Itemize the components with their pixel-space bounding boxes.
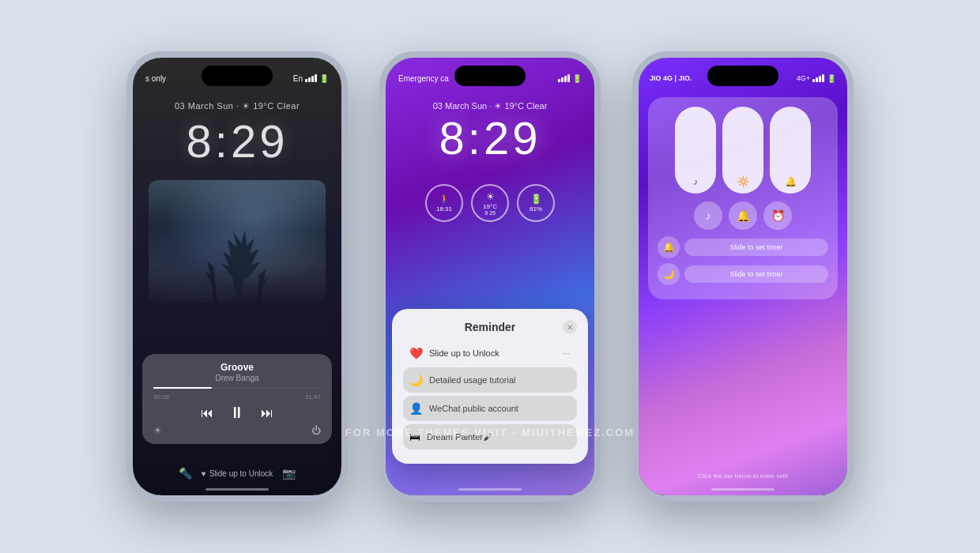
phone2-clock: 8:29 <box>386 111 594 164</box>
phone2-battery-icon: 🔋 <box>572 74 582 83</box>
phone1-signal <box>305 74 317 82</box>
reminder-text-4: Dream Painter🖌 <box>427 432 571 442</box>
heart-reminder-icon: ❤️ <box>409 347 423 359</box>
music-elapsed: 30:28 <box>153 393 169 401</box>
fast-forward-button[interactable]: ⏭ <box>261 406 273 420</box>
phone3-status-right: 4G+ 🔋 <box>797 74 836 83</box>
signal-bar-4 <box>315 74 317 82</box>
music-times: 30:28 31:47 <box>153 393 321 401</box>
widget-temp-value: 19°C <box>483 203 497 210</box>
reminder-item-1[interactable]: ❤️ Slide up to Unlock ··· <box>403 342 577 364</box>
battery-icon: 🔋 <box>530 194 542 205</box>
timer-moon-icon: 🌙 <box>658 263 680 285</box>
signal-bar-3 <box>311 76 314 82</box>
cc-timer-btn-2[interactable]: Slide to set timer <box>684 265 828 283</box>
phone1-status-left: s only <box>145 74 166 83</box>
alarm-clock-icon: ⏰ <box>771 209 785 222</box>
phone3-status-bar: JIO 4G | JIO. 4G+ 🔋 <box>639 58 847 92</box>
camera-icon[interactable]: 📷 <box>282 467 296 480</box>
phone1-clock: 8:29 <box>133 115 341 167</box>
widget-weather: ☀ 19°C 9 26 <box>471 184 509 222</box>
reminder-item-3[interactable]: 👤 WeChat public account <box>403 396 577 421</box>
reminder-header: Reminder ✕ <box>403 320 577 334</box>
music-progress-fill <box>153 387 212 389</box>
timer-bell-icon: 🔔 <box>658 236 680 258</box>
widget-steps-value: 18:31 <box>436 205 452 213</box>
brightness-icon[interactable]: ☀ <box>153 425 162 436</box>
phone2-status-left: Emergency ca <box>398 74 449 83</box>
widget-battery-value: 81% <box>530 205 542 213</box>
music-player: Groove Drew Banga 30:28 31:47 ⏮ ⏸ ⏭ ☀ ⏻ <box>142 354 332 444</box>
signal-bar-4 <box>822 74 824 82</box>
music-note-icon: ♪ <box>706 209 711 222</box>
cc-sliders: ♪ 🔆 🔔 <box>658 107 828 194</box>
signal-bar-1 <box>305 79 307 82</box>
reminder-close-button[interactable]: ✕ <box>563 320 577 334</box>
phone2-signal <box>558 74 570 82</box>
phone1-inner: s only En 🔋 03 March Sun · ☀ 19°C Clear … <box>133 58 341 495</box>
music-progress-bar[interactable] <box>153 387 321 389</box>
cc-slider-3[interactable]: 🔔 <box>770 107 811 194</box>
play-pause-button[interactable]: ⏸ <box>229 404 245 422</box>
signal-bar-3 <box>819 76 821 82</box>
music-controls: ⏮ ⏸ ⏭ <box>153 404 321 422</box>
phone2-dynamic-island <box>454 66 526 86</box>
cc-music-icon[interactable]: ♪ <box>694 201 722 230</box>
phone1-home-indicator[interactable] <box>205 488 269 491</box>
moon-reminder-icon: 🌙 <box>409 374 423 386</box>
widget-steps: 🚶 18:31 <box>425 184 463 222</box>
signal-bar-2 <box>561 77 564 82</box>
tree-silhouette-svg <box>190 224 285 303</box>
reminder-item-2[interactable]: 🌙 Detailed usage tutorial <box>403 367 577 393</box>
slider-3-icon: 🔔 <box>785 176 797 187</box>
phone1-battery-icon: 🔋 <box>319 74 329 83</box>
reminder-card: Reminder ✕ ❤️ Slide up to Unlock ··· 🌙 D… <box>392 309 588 464</box>
phone3-signal <box>812 74 824 82</box>
cc-timer-btn-1[interactable]: Slide to set timer <box>684 239 828 256</box>
slider-2-icon: 🔆 <box>737 176 749 187</box>
music-title: Groove <box>153 362 321 373</box>
phone3-inner: JIO 4G | JIO. 4G+ 🔋 ♪ <box>639 58 847 495</box>
cc-bell-icon[interactable]: 🔔 <box>729 201 757 230</box>
signal-bar-2 <box>308 77 311 82</box>
phone1-status-text: En <box>293 74 303 83</box>
phone2-home-indicator[interactable] <box>458 488 522 491</box>
slider-1-icon: ♪ <box>693 176 698 187</box>
rewind-button[interactable]: ⏮ <box>201 406 213 420</box>
phone3: JIO 4G | JIO. 4G+ 🔋 ♪ <box>632 51 854 502</box>
reminder-text-1: Slide up to Unlock <box>429 348 556 358</box>
signal-bar-1 <box>812 79 815 82</box>
reminder-dots-1[interactable]: ··· <box>563 348 571 359</box>
phone1-date: 03 March Sun · ☀ 19°C Clear <box>133 101 341 111</box>
phone3-battery-icon: 🔋 <box>827 74 836 83</box>
widget-battery: 🔋 81% <box>517 184 555 222</box>
cc-timer-row-1: 🔔 Slide to set timer <box>658 236 828 258</box>
cc-timer-row-2: 🌙 Slide to set timer <box>658 263 828 285</box>
phone2-status-right: 🔋 <box>558 74 582 83</box>
person-reminder-icon: 👤 <box>409 402 423 415</box>
flashlight-icon[interactable]: 🔦 <box>179 467 192 480</box>
widget-range: 9 26 <box>484 210 496 216</box>
cc-slider-1[interactable]: ♪ <box>675 107 716 194</box>
heart-icon: ♥ <box>202 469 206 478</box>
reminder-text-2: Detailed usage tutorial <box>429 375 571 385</box>
music-bottom: ☀ ⏻ <box>153 425 321 436</box>
signal-bar-2 <box>816 77 818 82</box>
steps-icon: 🚶 <box>439 194 450 205</box>
power-icon[interactable]: ⏻ <box>311 425 321 436</box>
reminder-item-4[interactable]: 🛏 Dream Painter🖌 <box>403 424 577 450</box>
slide-unlock-text: Slide up to Unlock <box>209 469 273 478</box>
phone1-dynamic-island <box>202 66 273 86</box>
bed-reminder-icon: 🛏 <box>409 431 420 443</box>
phone1-lockscreen-image <box>149 180 326 303</box>
reminder-text-3: WeChat public account <box>429 404 571 413</box>
phone3-home-indicator[interactable] <box>711 488 775 491</box>
phone1-bottom-bar: 🔦 ♥ Slide up to Unlock 📷 <box>133 467 341 480</box>
cc-slider-2[interactable]: 🔆 <box>722 107 763 194</box>
sun-icon: ☀ <box>486 191 495 202</box>
control-center-panel: ♪ 🔆 🔔 ♪ 🔔 <box>648 97 838 299</box>
phone3-bottom-label: Click the bar below to enter setti <box>698 472 788 480</box>
signal-bar-3 <box>564 76 567 82</box>
cc-alarm-icon[interactable]: ⏰ <box>763 201 792 230</box>
music-total: 31:47 <box>305 393 321 401</box>
